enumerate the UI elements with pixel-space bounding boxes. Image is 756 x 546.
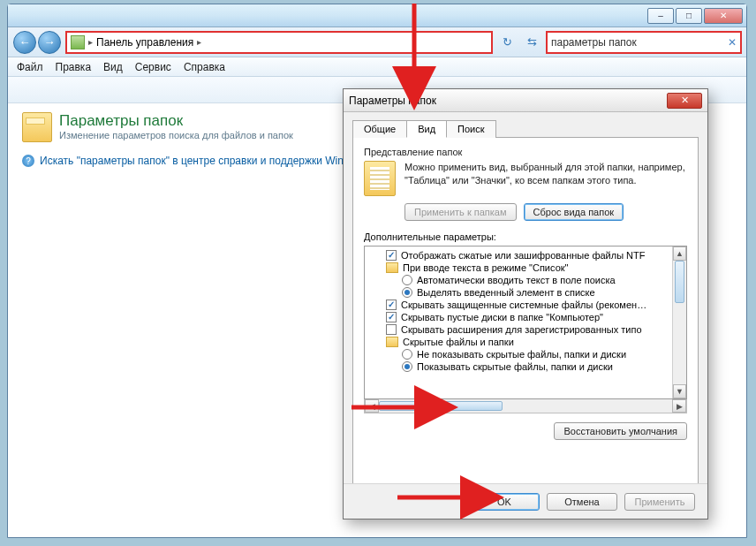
radio-icon[interactable] [402, 287, 412, 298]
tab-panel-view: Представление папок Можно применить вид,… [352, 137, 699, 487]
dialog-title: Параметры папок [349, 95, 436, 107]
page-subtitle: Изменение параметров поиска для файлов и… [59, 130, 293, 140]
help-icon: ? [22, 155, 34, 167]
checkbox-icon[interactable] [386, 300, 397, 310]
scroll-thumb[interactable] [379, 401, 503, 411]
list-item[interactable]: Выделять введенный элемент в списке [368, 286, 684, 299]
checkbox-icon[interactable] [386, 312, 397, 322]
list-item[interactable]: Скрывать расширения для зарегистрированн… [368, 323, 684, 336]
horizontal-scrollbar[interactable]: ◀ ▶ [364, 399, 687, 413]
nav-bar: ← → ▸ Панель управления ▸ ↻ ⇆ параметры … [8, 27, 746, 57]
tab-general[interactable]: Общие [352, 120, 407, 138]
menu-edit[interactable]: Правка [56, 61, 92, 73]
checkbox-icon[interactable] [386, 324, 397, 335]
apply-button: Применить [624, 493, 695, 511]
item-label: При вводе текста в режиме "Список" [403, 262, 568, 273]
scroll-down-icon[interactable]: ▼ [673, 384, 686, 398]
vertical-scrollbar[interactable]: ▲ ▼ [672, 246, 686, 398]
menu-bar: Файл Правка Вид Сервис Справка [8, 57, 746, 77]
item-label: Скрытые файлы и папки [403, 337, 514, 347]
close-button[interactable]: ✕ [704, 8, 743, 24]
tab-search[interactable]: Поиск [446, 120, 495, 138]
back-button[interactable]: ← [13, 31, 36, 54]
item-label: Показывать скрытые файлы, папки и диски [417, 361, 613, 372]
apply-to-folders-button: Применить к папкам [404, 203, 517, 221]
chevron-right-icon: ▸ [88, 37, 93, 47]
search-value: параметры папок [551, 36, 637, 49]
radio-icon[interactable] [402, 349, 412, 360]
tab-view[interactable]: Вид [406, 120, 447, 138]
chevron-right-icon: ▸ [197, 37, 201, 47]
search-input[interactable]: параметры папок ✕ [547, 32, 741, 53]
representation-text: Можно применить вид, выбранный для этой … [404, 161, 687, 196]
menu-view[interactable]: Вид [103, 61, 123, 73]
folder-options-icon [22, 112, 52, 142]
list-item[interactable]: Скрывать пустые диски в папке "Компьютер… [368, 311, 684, 323]
folder-icon [386, 337, 398, 347]
refresh-button[interactable]: ↻ [497, 33, 517, 52]
item-label: Скрывать пустые диски в папке "Компьютер… [401, 312, 603, 322]
radio-icon[interactable] [402, 275, 412, 285]
list-item: При вводе текста в режиме "Список" [368, 262, 684, 274]
list-item[interactable]: Показывать скрытые файлы, папки и диски [368, 360, 684, 373]
item-label: Автоматически вводить текст в поле поиск… [417, 275, 616, 285]
page-title: Параметры папок [59, 112, 293, 130]
breadcrumb-item[interactable]: Панель управления [96, 36, 193, 49]
item-label: Выделять введенный элемент в списке [417, 287, 595, 298]
list-item[interactable]: Скрывать защищенные системные файлы (рек… [368, 299, 684, 311]
dialog-titlebar: Параметры папок ✕ [344, 89, 707, 112]
restore-defaults-button[interactable]: Восстановить умолчания [554, 422, 687, 440]
folder-icon [386, 262, 398, 273]
radio-icon[interactable] [402, 361, 412, 372]
cancel-button[interactable]: Отмена [547, 493, 617, 511]
scroll-up-icon[interactable]: ▲ [673, 246, 686, 261]
scroll-right-icon[interactable]: ▶ [672, 399, 686, 413]
advanced-settings-list[interactable]: Отображать сжатые или зашифрованные файл… [364, 246, 687, 399]
dialog-footer: OK Отмена Применить [344, 483, 707, 519]
minimize-button[interactable]: – [647, 8, 674, 24]
control-panel-icon [71, 35, 85, 49]
tab-strip: Общие Вид Поиск [344, 112, 707, 137]
menu-tools[interactable]: Сервис [135, 61, 171, 73]
help-link-text: Искать "параметры папок" в центре справк… [40, 155, 344, 167]
clear-search-icon[interactable]: ✕ [728, 36, 737, 49]
item-label: Скрывать защищенные системные файлы (рек… [401, 300, 646, 310]
list-item[interactable]: Автоматически вводить текст в поле поиск… [368, 274, 684, 286]
scroll-left-icon[interactable]: ◀ [365, 399, 379, 413]
list-item: Скрытые файлы и папки [368, 336, 684, 348]
folder-view-icon [364, 161, 396, 196]
item-label: Скрывать расширения для зарегистрированн… [401, 324, 642, 335]
group-representation: Представление папок [364, 147, 687, 157]
scroll-thumb[interactable] [675, 261, 684, 303]
forward-button[interactable]: → [38, 31, 61, 54]
item-label: Отображать сжатые или зашифрованные файл… [401, 250, 645, 261]
menu-file[interactable]: Файл [17, 61, 43, 73]
maximize-button[interactable]: □ [676, 8, 702, 24]
menu-help[interactable]: Справка [184, 61, 225, 73]
titlebar: – □ ✕ [8, 4, 746, 27]
item-label: Не показывать скрытые файлы, папки и дис… [417, 349, 626, 360]
advanced-label: Дополнительные параметры: [364, 231, 687, 242]
reset-folder-view-button[interactable]: Сброс вида папок [524, 203, 624, 221]
dialog-close-button[interactable]: ✕ [667, 93, 702, 109]
list-item[interactable]: Отображать сжатые или зашифрованные файл… [368, 249, 684, 262]
folder-options-dialog: Параметры папок ✕ Общие Вид Поиск Предст… [343, 88, 708, 519]
address-bar[interactable]: ▸ Панель управления ▸ [66, 32, 492, 53]
split-button[interactable]: ⇆ [522, 33, 541, 52]
ok-button[interactable]: OK [469, 493, 540, 511]
checkbox-icon[interactable] [386, 250, 397, 261]
list-item[interactable]: Не показывать скрытые файлы, папки и дис… [368, 348, 684, 360]
